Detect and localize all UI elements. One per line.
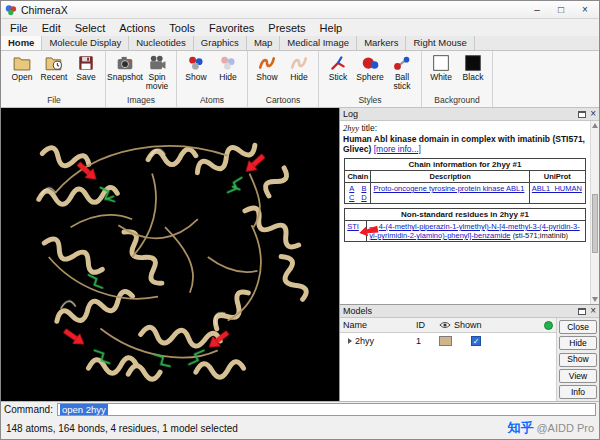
scroll-up-icon[interactable] bbox=[592, 123, 598, 128]
cartoons-show-button[interactable]: Show bbox=[251, 52, 283, 82]
menu-favorites[interactable]: Favorites bbox=[202, 20, 261, 36]
undock-icon[interactable] bbox=[578, 308, 586, 315]
undock-icon[interactable] bbox=[578, 111, 586, 118]
save-floppy-icon bbox=[77, 54, 95, 72]
annotation-arrow-icon bbox=[359, 225, 379, 237]
tab-graphics[interactable]: Graphics bbox=[194, 36, 247, 50]
background-black-button[interactable]: Black bbox=[457, 52, 489, 82]
chain-d-link[interactable]: D bbox=[359, 193, 368, 202]
residue-description-cell: — 4-(4-methyl-piperazin-1-ylmethyl)-N-[4… bbox=[367, 221, 586, 242]
chain-a-link[interactable]: A bbox=[347, 184, 356, 193]
snapshot-button[interactable]: Snapshot bbox=[109, 52, 141, 82]
log-scroll-area: 2hyy title: Human Abl kinase domain in c… bbox=[340, 121, 599, 304]
log-panel: Log × 2hyy title: Human Abl kinase domai… bbox=[340, 108, 599, 305]
toolbar-group-atoms: Show Hide Atoms bbox=[177, 51, 248, 107]
model-id: 1 bbox=[416, 336, 436, 346]
shown-checkbox[interactable]: ✓ bbox=[471, 336, 481, 346]
menubar: File Edit Select Actions Tools Favorites… bbox=[1, 19, 599, 36]
toolbar-group-background: White Black Background bbox=[422, 51, 493, 107]
cartoon-show-icon bbox=[258, 54, 276, 72]
model-hide-button[interactable]: Hide bbox=[559, 336, 597, 350]
toolbar-group-label-styles: Styles bbox=[322, 94, 418, 107]
scrollbar-thumb[interactable] bbox=[592, 194, 598, 253]
toolbar-group-cartoons: Show Hide Cartoons bbox=[248, 51, 319, 107]
maximize-button[interactable]: □ bbox=[549, 1, 573, 18]
tab-nucleotides[interactable]: Nucleotides bbox=[129, 36, 194, 50]
open-button[interactable]: Open bbox=[6, 52, 38, 82]
chain-b-link[interactable]: B bbox=[359, 184, 368, 193]
main-area: Log × 2hyy title: Human Abl kinase domai… bbox=[1, 108, 599, 401]
model-view-button[interactable]: View bbox=[559, 369, 597, 383]
panel-close-icon[interactable]: × bbox=[590, 109, 596, 119]
log-entry-title: 2hyy title: bbox=[343, 123, 587, 133]
ball-stick-style-icon bbox=[393, 54, 411, 72]
status-text: 148 atoms, 164 bonds, 4 residues, 1 mode… bbox=[6, 423, 238, 434]
models-header-row: Name ID Shown bbox=[340, 318, 556, 333]
model-row[interactable]: 2hyy 1 ✓ bbox=[340, 333, 556, 349]
expand-arrow-icon[interactable] bbox=[348, 338, 352, 344]
residue-id-cell: STI bbox=[345, 221, 367, 242]
log-panel-header: Log × bbox=[340, 108, 599, 121]
save-button[interactable]: Save bbox=[70, 52, 102, 82]
chain-info-table: Chain information for 2hyy #1 Chain Desc… bbox=[344, 158, 586, 204]
toolbar-group-styles: Stick Sphere Ball stick Styles bbox=[319, 51, 422, 107]
tab-home[interactable]: Home bbox=[1, 36, 42, 50]
toolbar-tabbar: Home Molecule Display Nucleotides Graphi… bbox=[1, 36, 599, 51]
menu-help[interactable]: Help bbox=[313, 20, 350, 36]
sphere-style-button[interactable]: Sphere bbox=[354, 52, 386, 82]
scroll-down-icon[interactable] bbox=[592, 297, 598, 302]
model-color-swatch[interactable] bbox=[439, 336, 452, 346]
model-show-button[interactable]: Show bbox=[559, 353, 597, 367]
menu-actions[interactable]: Actions bbox=[112, 20, 162, 36]
close-button[interactable]: × bbox=[573, 1, 597, 18]
cartoons-hide-button[interactable]: Hide bbox=[283, 52, 315, 82]
chain-description-link[interactable]: Proto-oncogene tyrosine-protein kinase A… bbox=[373, 184, 524, 193]
molecule-render bbox=[1, 108, 339, 401]
recent-button[interactable]: Recent bbox=[38, 52, 70, 82]
tab-molecule-display[interactable]: Molecule Display bbox=[42, 36, 129, 50]
sti-residue-link[interactable]: STI bbox=[347, 222, 359, 231]
uniprot-link[interactable]: ABL1_HUMAN bbox=[532, 184, 582, 193]
minimize-button[interactable]: – bbox=[525, 1, 549, 18]
more-info-link[interactable]: [more info...] bbox=[374, 144, 421, 154]
model-close-button[interactable]: Close bbox=[559, 320, 597, 334]
log-scrollbar[interactable] bbox=[590, 121, 599, 304]
menu-edit[interactable]: Edit bbox=[35, 20, 68, 36]
open-folder-icon bbox=[13, 54, 31, 72]
structure-title: Human Abl kinase domain in complex with … bbox=[343, 134, 587, 154]
tab-map[interactable]: Map bbox=[247, 36, 280, 50]
cartoon-hide-icon bbox=[290, 54, 308, 72]
stick-style-button[interactable]: Stick bbox=[322, 52, 354, 82]
models-panel: Models × Name ID Shown bbox=[340, 305, 599, 401]
menu-file[interactable]: File bbox=[3, 20, 35, 36]
camera-icon bbox=[116, 54, 134, 72]
ball-stick-style-button[interactable]: Ball stick bbox=[386, 52, 418, 91]
tab-right-mouse[interactable]: Right Mouse bbox=[406, 36, 474, 50]
models-panel-title: Models bbox=[343, 306, 574, 316]
watermark-brand: 知乎 bbox=[507, 419, 533, 437]
panel-close-icon[interactable]: × bbox=[590, 306, 596, 316]
window-title: ChimeraX bbox=[21, 4, 68, 16]
chain-c-link[interactable]: C bbox=[347, 193, 356, 202]
graphics-viewport[interactable] bbox=[1, 108, 339, 401]
menu-tools[interactable]: Tools bbox=[162, 20, 202, 36]
command-line: Command: open 2hyy bbox=[1, 401, 599, 417]
tab-medical-image[interactable]: Medical Image bbox=[280, 36, 357, 50]
select-indicator-icon[interactable] bbox=[544, 321, 553, 330]
tab-markers[interactable]: Markers bbox=[357, 36, 406, 50]
status-bar: 148 atoms, 164 bonds, 4 residues, 1 mode… bbox=[1, 417, 599, 439]
nonstandard-residues-table: Non-standard residues in 2hyy #1 STI — bbox=[344, 208, 586, 242]
menu-presets[interactable]: Presets bbox=[261, 20, 312, 36]
atoms-show-button[interactable]: Show bbox=[180, 52, 212, 82]
toolbar-group-file: Open Recent Save File bbox=[3, 51, 106, 107]
recent-folder-icon bbox=[45, 54, 63, 72]
model-info-button[interactable]: Info bbox=[559, 385, 597, 399]
background-white-button[interactable]: White bbox=[425, 52, 457, 82]
toolbar: Open Recent Save File Snapshot bbox=[1, 51, 599, 108]
spin-movie-button[interactable]: Spin movie bbox=[141, 52, 173, 91]
column-shown: Shown bbox=[454, 320, 482, 330]
atoms-hide-button[interactable]: Hide bbox=[212, 52, 244, 82]
menu-select[interactable]: Select bbox=[68, 20, 113, 36]
models-panel-header: Models × bbox=[340, 305, 599, 318]
command-input[interactable]: open 2hyy bbox=[57, 403, 596, 416]
